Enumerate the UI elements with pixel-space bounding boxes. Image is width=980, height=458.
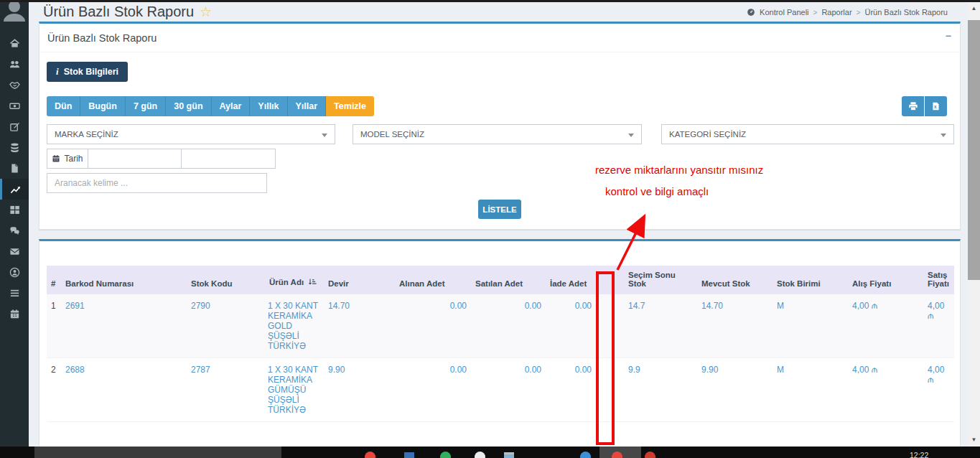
table-cell: 0.00: [471, 358, 546, 422]
table-cell: 4,00 ₼: [848, 358, 923, 422]
col-header-iade-adet[interactable]: İade Adet: [546, 266, 596, 294]
taskbar-icon-blue[interactable]: [580, 452, 591, 458]
table-cell[interactable]: 2787: [187, 358, 265, 422]
print-button[interactable]: [902, 96, 924, 116]
col-header-satis-fiyati[interactable]: Satış Fiyatı: [923, 266, 954, 294]
content-header: Ürün Bazlı Stok Raporu☆ Kontrol Paneli >…: [29, 2, 968, 22]
taskbar-icon-green[interactable]: [440, 452, 451, 458]
sort-amount-icon[interactable]: [308, 278, 317, 288]
taskbar-icon-red2[interactable]: [645, 452, 655, 458]
sidebar-item-users[interactable]: [0, 54, 29, 75]
sidebar-item-edit[interactable]: [0, 116, 29, 137]
sidebar-item-calendar[interactable]: [0, 304, 29, 324]
excel-export-button[interactable]: x: [925, 96, 947, 116]
taskbar-app-segment[interactable]: [34, 447, 281, 458]
sidebar-item-mail[interactable]: [0, 241, 29, 262]
sidebar-item-database[interactable]: [0, 137, 29, 158]
table-cell[interactable]: 2691: [61, 294, 187, 358]
table-cell: 14.70: [324, 294, 395, 358]
sidebar-item-reports[interactable]: [0, 179, 29, 200]
table-cell[interactable]: 1 X 30 KANT KERAMİKA GOLD ŞÜŞƏLİ TÜRKİYƏ: [265, 294, 324, 358]
sidebar-item-comments[interactable]: [0, 220, 29, 241]
table-cell: 0.00: [395, 358, 471, 422]
range-button-bugun[interactable]: Bugün: [80, 96, 126, 116]
sidebar-item-money[interactable]: [0, 95, 29, 116]
chevron-down-icon: [628, 134, 634, 137]
table-cell: 0.00: [546, 294, 596, 358]
chevron-down-icon: [941, 134, 946, 137]
scroll-down-arrow[interactable]: ▼: [968, 434, 980, 445]
table-cell: 2: [47, 358, 61, 422]
table-cell: 14.70: [697, 294, 773, 358]
col-header-satilan-adet[interactable]: Satılan Adet: [471, 266, 546, 294]
taskbar-icon-red[interactable]: [365, 452, 375, 458]
page-title-text: Ürün Bazlı Stok Raporu: [43, 4, 194, 19]
table-row: 2268827871 X 30 KANT KERAMİKA GÜMÜŞÜ ŞÜŞ…: [47, 358, 954, 422]
table-cell[interactable]: 2688: [61, 358, 187, 422]
range-button-7gun[interactable]: 7 gün: [126, 96, 166, 116]
col-header-urun-adi-label: Ürün Adı: [269, 278, 304, 286]
collapse-button[interactable]: −: [946, 30, 951, 42]
marka-select-value: MARKA SEÇİNİZ: [55, 130, 118, 139]
col-header-stok-kodu[interactable]: Stok Kodu: [187, 266, 265, 294]
sidebar-item-handshake[interactable]: [0, 75, 29, 95]
table-cell: 14.7: [624, 294, 697, 358]
range-button-aylar[interactable]: Aylar: [212, 96, 251, 116]
col-header-devir[interactable]: Devir: [324, 266, 395, 294]
table-cell: 9.90: [324, 358, 395, 422]
sidebar-item-home[interactable]: [0, 33, 29, 54]
col-header-stok-birimi[interactable]: Stok Birimi: [773, 266, 848, 294]
stok-bilgileri-button[interactable]: i Stok Bilgileri: [47, 62, 128, 82]
taskbar-icon-window[interactable]: [504, 452, 514, 458]
range-button-yillar[interactable]: Yıllar: [288, 96, 327, 116]
taskbar-icon-blue-square[interactable]: [404, 452, 414, 458]
date-from-input[interactable]: [88, 149, 182, 169]
temizle-button[interactable]: Temizle: [326, 96, 374, 116]
table-cell[interactable]: 1 X 30 KANT KERAMİKA GÜMÜŞÜ ŞÜŞƏLİ TÜRKİ…: [265, 358, 324, 422]
search-input[interactable]: [47, 173, 267, 193]
table-cell[interactable]: 2790: [187, 294, 265, 358]
range-button-dun[interactable]: Dün: [47, 96, 80, 116]
scrollbar-thumb[interactable]: [968, 20, 980, 280]
breadcrumb-raporlar[interactable]: Raporlar: [821, 8, 851, 17]
printer-icon: [908, 101, 918, 111]
col-header-alis-fiyati[interactable]: Alış Fiyatı: [848, 266, 923, 294]
dashboard-icon: [747, 8, 755, 17]
breadcrumb: Kontrol Paneli > Raporlar > Ürün Bazlı S…: [747, 8, 948, 17]
home-icon: [9, 38, 20, 49]
info-icon: i: [56, 66, 59, 78]
taskbar-icon-red-active[interactable]: [612, 452, 622, 458]
taskbar-icon-white[interactable]: [475, 452, 485, 458]
kategori-select[interactable]: KATEGORİ SEÇİNİZ: [661, 124, 954, 144]
col-header-alinan-adet[interactable]: Alınan Adet: [395, 266, 471, 294]
col-header-urun-adi[interactable]: Ürün Adı: [265, 266, 324, 294]
range-button-yillik[interactable]: Yıllık: [250, 96, 287, 116]
sidebar-item-lists[interactable]: [0, 283, 29, 304]
avatar-icon: [0, 0, 29, 22]
col-header-barkod[interactable]: Barkod Numarası: [61, 266, 187, 294]
main-content: Ürün Bazlı Stok Raporu☆ Kontrol Paneli >…: [29, 2, 968, 447]
sidebar-item-account[interactable]: [0, 262, 29, 283]
sidebar: [0, 0, 29, 447]
col-header-mevcut-stok[interactable]: Mevcut Stok: [697, 266, 773, 294]
sidebar-item-modules[interactable]: [0, 200, 29, 220]
col-header-index[interactable]: #: [47, 266, 61, 294]
range-button-30gun[interactable]: 30 gün: [166, 96, 211, 116]
listele-button[interactable]: LİSTELE: [478, 200, 521, 219]
svg-text:x: x: [934, 104, 937, 109]
favorite-star-icon[interactable]: ☆: [200, 4, 212, 19]
calendar-icon: [52, 154, 60, 163]
sidebar-item-file[interactable]: [0, 158, 29, 179]
marka-select[interactable]: MARKA SEÇİNİZ: [47, 124, 335, 144]
table-wrapper: # Barkod Numarası Stok Kodu Ürün Adı Dev…: [39, 241, 960, 422]
money-icon: [9, 101, 20, 111]
user-avatar[interactable]: [0, 0, 29, 22]
breadcrumb-kontrol-paneli[interactable]: Kontrol Paneli: [760, 8, 809, 17]
grid-icon: [9, 205, 20, 215]
annotation-rectangle: [596, 271, 615, 445]
model-select[interactable]: MODEL SEÇİNİZ: [353, 124, 642, 144]
date-to-input[interactable]: [181, 149, 276, 169]
kategori-select-value: KATEGORİ SEÇİNİZ: [669, 130, 746, 139]
vertical-scrollbar: ▲ ▼: [968, 2, 980, 447]
scroll-up-arrow[interactable]: ▲: [968, 2, 980, 14]
